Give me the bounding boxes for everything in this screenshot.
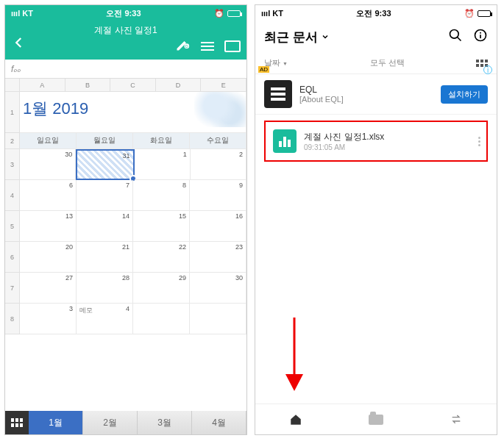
page-title-dropdown[interactable]: 최근 문서 bbox=[264, 29, 330, 46]
day-cell[interactable]: 4메모 bbox=[77, 304, 133, 334]
svg-text:D: D bbox=[185, 44, 188, 49]
install-button[interactable]: 설치하기 bbox=[441, 85, 488, 104]
alarm-icon: ⏰ bbox=[464, 9, 475, 18]
sheet-tabs: 1월 2월 3월 4월 bbox=[5, 411, 246, 434]
carrier-label: ıııl KT bbox=[261, 9, 283, 18]
status-bar: ıııl KT 오전 9:33 ⏰ bbox=[5, 5, 246, 21]
sort-date-dropdown[interactable]: 날짜 ▼ bbox=[264, 57, 331, 68]
day-cell[interactable]: 13 bbox=[20, 211, 77, 242]
spreadsheet[interactable]: A B C D E 1 1월 2019 2 일요일 월요일 화요일 수요일 bbox=[5, 79, 246, 411]
info-button[interactable] bbox=[473, 28, 488, 46]
col-header[interactable]: D bbox=[156, 79, 202, 92]
svg-point-2 bbox=[450, 30, 459, 39]
day-header: 월요일 bbox=[77, 133, 133, 149]
nav-transfer[interactable] bbox=[416, 414, 497, 426]
day-cell[interactable]: 27 bbox=[20, 273, 77, 304]
row-header[interactable]: 3 bbox=[5, 149, 20, 180]
file-name: 계절 사진 일정1.xlsx bbox=[304, 131, 384, 143]
day-cell[interactable] bbox=[133, 304, 190, 334]
info-icon bbox=[473, 28, 488, 43]
nav-home[interactable] bbox=[255, 413, 336, 426]
menu-button[interactable] bbox=[201, 42, 214, 51]
ad-app-icon bbox=[264, 80, 292, 108]
formula-bar[interactable]: fₒₒ bbox=[5, 60, 246, 79]
day-cell[interactable]: 7 bbox=[77, 180, 133, 211]
day-cell[interactable]: 2 bbox=[191, 149, 246, 180]
row-header[interactable]: 4 bbox=[5, 180, 20, 211]
day-cell[interactable]: 22 bbox=[133, 242, 190, 273]
day-cell[interactable]: 30 bbox=[20, 149, 76, 180]
row-header[interactable]: 6 bbox=[5, 242, 20, 273]
arrow-annotation bbox=[280, 314, 309, 395]
status-icons: ⏰ bbox=[464, 9, 491, 18]
document-title: 계절 사진 일정1 bbox=[5, 24, 246, 37]
calendar-title-cell[interactable]: 1월 2019 bbox=[20, 92, 246, 133]
col-header[interactable]: C bbox=[110, 79, 156, 92]
day-cell[interactable]: 29 bbox=[133, 273, 190, 304]
day-cell[interactable] bbox=[190, 304, 246, 334]
status-bar: ıııl KT 오전 9:33 ⏰ bbox=[255, 5, 497, 21]
chevron-down-icon bbox=[321, 32, 330, 41]
row-header[interactable]: 2 bbox=[5, 133, 20, 149]
fx-label: fₒₒ bbox=[11, 64, 21, 74]
day-cell[interactable]: 28 bbox=[77, 273, 133, 304]
sheets-grid-button[interactable] bbox=[5, 411, 29, 434]
row-header[interactable]: 8 bbox=[5, 304, 20, 334]
sheet-tab[interactable]: 2월 bbox=[83, 411, 138, 434]
chevron-down-icon: ▼ bbox=[283, 61, 288, 66]
folder-icon bbox=[369, 415, 383, 425]
pen-icon[interactable]: D bbox=[174, 37, 191, 55]
home-icon bbox=[288, 413, 303, 426]
day-cell[interactable]: 14 bbox=[77, 211, 133, 242]
ad-title: EQL bbox=[299, 85, 433, 95]
search-icon bbox=[448, 28, 463, 43]
keyboard-icon[interactable] bbox=[224, 40, 241, 52]
svg-rect-5 bbox=[480, 35, 481, 38]
clock-label: 오전 9:33 bbox=[106, 8, 141, 19]
row-header[interactable]: 7 bbox=[5, 273, 20, 304]
sheet-tab[interactable]: 3월 bbox=[138, 411, 192, 434]
day-cell[interactable]: 9 bbox=[190, 180, 246, 211]
battery-icon bbox=[227, 10, 241, 17]
sheet-tab[interactable]: 1월 bbox=[29, 411, 83, 434]
day-cell[interactable]: 30 bbox=[190, 273, 246, 304]
filter-bar: 날짜 ▼ 모두 선택 bbox=[255, 52, 497, 74]
xlsx-icon bbox=[273, 129, 297, 153]
view-toggle[interactable] bbox=[443, 60, 488, 67]
row-header[interactable]: 1 bbox=[5, 92, 20, 133]
battery-icon bbox=[478, 10, 491, 17]
select-all-corner[interactable] bbox=[5, 79, 20, 92]
more-button[interactable] bbox=[478, 137, 480, 146]
day-header: 수요일 bbox=[190, 133, 246, 149]
file-row[interactable]: 계절 사진 일정1.xlsx 09:31:05 AM bbox=[264, 121, 488, 162]
day-cell[interactable]: 6 bbox=[20, 180, 77, 211]
row-header[interactable]: 5 bbox=[5, 211, 20, 242]
col-header[interactable]: B bbox=[65, 79, 111, 92]
day-cell[interactable]: 8 bbox=[133, 180, 190, 211]
day-cell[interactable]: 21 bbox=[77, 242, 133, 273]
search-button[interactable] bbox=[448, 28, 463, 46]
ad-info-icon[interactable]: i bbox=[483, 65, 492, 74]
day-header: 일요일 bbox=[20, 133, 77, 149]
selected-day-cell[interactable]: 31 bbox=[76, 149, 134, 180]
memo-label: 메모 bbox=[79, 306, 93, 315]
bottom-nav bbox=[255, 404, 497, 434]
col-header[interactable]: A bbox=[20, 79, 65, 92]
day-cell[interactable]: 23 bbox=[190, 242, 246, 273]
nav-folder[interactable] bbox=[336, 415, 416, 425]
alarm-icon: ⏰ bbox=[214, 9, 224, 18]
back-button[interactable] bbox=[13, 36, 26, 52]
right-screenshot: ıııl KT 오전 9:33 ⏰ 최근 문서 날짜 ▼ 모두 선택 bbox=[255, 4, 497, 435]
status-icons: ⏰ bbox=[214, 9, 241, 18]
day-cell[interactable]: 16 bbox=[190, 211, 246, 242]
cloud-image bbox=[194, 92, 246, 127]
day-cell[interactable]: 1 bbox=[135, 149, 191, 180]
select-all-button[interactable]: 모두 선택 bbox=[331, 57, 443, 68]
day-cell[interactable]: 3 bbox=[20, 304, 77, 334]
ad-banner[interactable]: AD i EQL [About EQL] 설치하기 bbox=[255, 74, 497, 115]
col-header[interactable]: E bbox=[201, 79, 246, 92]
day-cell[interactable]: 15 bbox=[133, 211, 190, 242]
day-cell[interactable]: 20 bbox=[20, 242, 77, 273]
sheet-tab[interactable]: 4월 bbox=[192, 411, 246, 434]
chevron-left-icon bbox=[13, 36, 26, 49]
